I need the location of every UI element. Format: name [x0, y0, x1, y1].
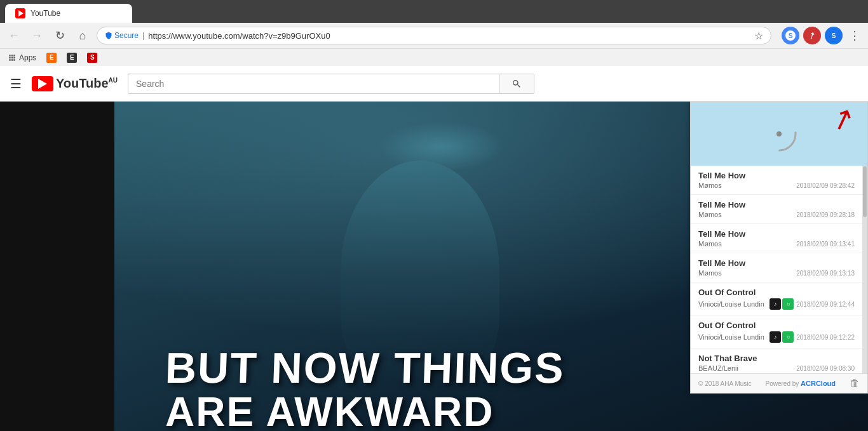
video-text-overlay: BUT NOW THINGS ARE AWKWARD	[165, 345, 677, 431]
ext-icon-2[interactable]: S	[825, 27, 843, 44]
song-item[interactable]: Out Of Control Vinioci/Louise Lundin ♪♫ …	[691, 282, 862, 315]
song-artist: Mømos	[698, 240, 722, 248]
tab-bar: YouTube	[0, 0, 868, 23]
bookmark-apps[interactable]: Apps	[8, 53, 36, 62]
song-item[interactable]: Not That Brave BEAUZ/Lenii 2018/02/09 09…	[691, 348, 862, 373]
song-artist: Mømos	[698, 269, 722, 277]
song-icon-green: ♫	[782, 331, 794, 343]
song-artist: Vinioci/Louise Lundin	[698, 300, 764, 308]
song-date: 2018/02/09 09:08:30	[796, 365, 855, 372]
toolbar-extensions: S ↗ S ⋮	[782, 26, 863, 45]
tab-favicon	[15, 8, 25, 18]
bookmark-star-button[interactable]: ☆	[754, 30, 763, 42]
song-artist: Mømos	[698, 182, 722, 189]
yt-logo: YouTubeAU	[32, 76, 118, 91]
search-input[interactable]	[128, 74, 499, 94]
video-player[interactable]: BUT NOW THINGS ARE AWKWARD Now...	[114, 102, 868, 431]
song-meta: Mømos 2018/02/09 09:13:41	[698, 240, 855, 248]
song-meta: Mømos 2018/02/09 09:28:42	[698, 182, 855, 189]
song-title: Tell Me How	[698, 229, 855, 239]
yt-sidebar	[0, 102, 114, 431]
song-meta: Mømos 2018/02/09 09:28:18	[698, 211, 855, 218]
acr-red-arrow: ↗	[827, 102, 859, 136]
ext-icon-1[interactable]: S	[782, 27, 799, 44]
browser-window: YouTube ← → ↻ ⌂ Secure | https://www.you…	[0, 0, 868, 431]
youtube-page: ☰ YouTubeAU	[0, 66, 868, 431]
acr-song-list-container: Tell Me How Mømos 2018/02/09 09:28:42 Te…	[691, 166, 867, 373]
song-artist: Vinioci/Louise Lundin	[698, 333, 764, 341]
song-item[interactable]: Out Of Control Vinioci/Louise Lundin ♪♫ …	[691, 315, 862, 348]
yt-header: ☰ YouTubeAU	[0, 66, 868, 102]
yt-play-icon	[38, 79, 47, 89]
song-item[interactable]: Tell Me How Mømos 2018/02/09 09:28:42	[691, 166, 862, 195]
song-title: Tell Me How	[698, 171, 855, 180]
video-text-line1: BUT NOW THINGS	[165, 345, 678, 390]
acr-footer-copyright: © 2018 AHA Music	[698, 380, 752, 387]
song-item[interactable]: Tell Me How Mømos 2018/02/09 09:13:13	[691, 253, 862, 282]
bookmarks-bar: Apps E E S	[0, 48, 868, 66]
yt-body: BUT NOW THINGS ARE AWKWARD Now...	[0, 102, 868, 431]
secure-badge: Secure	[105, 31, 139, 40]
song-meta: Mømos 2018/02/09 09:13:13	[698, 269, 855, 277]
acr-panel: ↗ Tell Me How Mømos 2018/02/09 09:28:42 …	[690, 102, 868, 394]
song-date: 2018/02/09 09:13:13	[796, 270, 855, 277]
browser-menu-button[interactable]: ⋮	[846, 26, 863, 45]
back-button[interactable]: ←	[5, 27, 23, 44]
search-bar	[128, 74, 534, 94]
acr-footer: © 2018 AHA Music Powered by ACRCloud 🗑	[691, 373, 867, 393]
address-bar[interactable]: Secure | https://www.youtube.com/watch?v…	[97, 27, 771, 44]
song-artist: BEAUZ/Lenii	[698, 364, 738, 372]
bookmark-e1[interactable]: E	[46, 53, 57, 63]
url-separator: |	[142, 31, 144, 40]
acr-trash-button[interactable]: 🗑	[850, 378, 860, 389]
bookmark-icon-s: S	[87, 53, 97, 63]
bookmark-e2[interactable]: E	[67, 53, 77, 63]
song-title: Not That Brave	[698, 354, 855, 363]
song-title: Out Of Control	[698, 321, 855, 330]
song-meta: Vinioci/Louise Lundin ♪♫ 2018/02/09 09:1…	[698, 298, 855, 310]
acr-spinner	[760, 115, 798, 153]
song-icon-dark: ♪	[770, 331, 781, 343]
song-date: 2018/02/09 09:28:18	[796, 211, 855, 218]
song-date: 2018/02/09 09:28:42	[796, 182, 855, 189]
home-button[interactable]: ⌂	[74, 27, 92, 44]
video-text-line2: ARE AWKWARD	[165, 391, 677, 431]
song-item[interactable]: Tell Me How Mømos 2018/02/09 09:28:18	[691, 195, 862, 224]
song-date: 2018/02/09 09:12:22	[796, 334, 855, 341]
acr-header: ↗	[691, 102, 867, 166]
song-title: Out Of Control	[698, 288, 855, 297]
toolbar: ← → ↻ ⌂ Secure | https://www.youtube.com…	[0, 23, 868, 48]
ext-icon-red[interactable]: ↗	[803, 27, 821, 44]
bookmark-s[interactable]: S	[87, 53, 97, 63]
bookmark-icon-e2: E	[67, 53, 77, 63]
song-title: Tell Me How	[698, 258, 855, 268]
song-artist: Mømos	[698, 211, 722, 218]
yt-logo-text: YouTubeAU	[56, 76, 118, 91]
acr-scroll-area[interactable]: Tell Me How Mømos 2018/02/09 09:28:42 Te…	[691, 166, 862, 373]
active-tab[interactable]: YouTube	[5, 4, 132, 23]
song-date: 2018/02/09 09:13:41	[796, 241, 855, 248]
yt-logo-icon	[32, 76, 53, 91]
song-icon-green: ♫	[782, 298, 794, 310]
reload-button[interactable]: ↻	[51, 27, 69, 44]
song-item[interactable]: Tell Me How Mømos 2018/02/09 09:13:41	[691, 224, 862, 253]
url-text: https://www.youtube.com/watch?v=z9b9GurO…	[148, 31, 750, 41]
tab-title: YouTube	[31, 9, 60, 18]
bookmark-icon-e1: E	[46, 53, 57, 63]
song-meta: BEAUZ/Lenii 2018/02/09 09:08:30	[698, 364, 855, 372]
forward-button[interactable]: →	[28, 27, 46, 44]
song-date: 2018/02/09 09:12:44	[796, 301, 855, 308]
song-title: Tell Me How	[698, 200, 855, 209]
acr-scrollbar-thumb[interactable]	[863, 166, 867, 217]
acr-powered-by: Powered by ACRCloud	[765, 380, 836, 387]
acr-scrollbar[interactable]	[862, 166, 867, 373]
search-button[interactable]	[499, 74, 534, 94]
hamburger-menu[interactable]: ☰	[10, 76, 22, 91]
song-icon-dark: ♪	[770, 298, 781, 310]
song-meta: Vinioci/Louise Lundin ♪♫ 2018/02/09 09:1…	[698, 331, 855, 343]
